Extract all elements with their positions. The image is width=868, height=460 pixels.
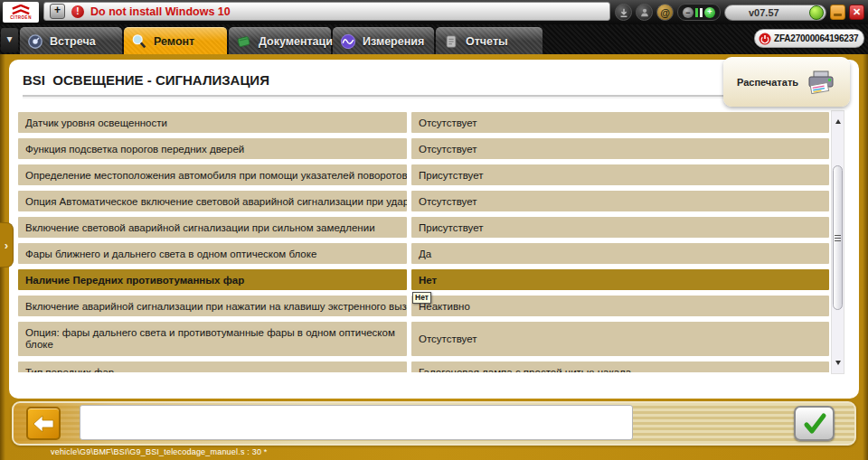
version-label: v07.57 — [749, 7, 779, 18]
row-label: Датчик уровня освещенности — [18, 112, 407, 133]
scrollbar-grip-icon — [835, 235, 841, 242]
tab-bar: ▾ Встреча Ремонт — [0, 24, 868, 54]
page-title: BSI ОСВЕЩЕНИЕ - СИГНАЛИЗАЦИЯ — [23, 72, 269, 88]
row-value: Отсутствует — [411, 322, 829, 356]
title-separator — [23, 95, 844, 99]
volume-level-bar — [700, 8, 703, 17]
close-button[interactable]: ✕ — [849, 5, 864, 20]
power-icon — [759, 33, 771, 45]
table-row[interactable]: Включение световой аварийной сигнализаци… — [18, 217, 829, 238]
tabs-dropdown-button[interactable]: ▾ — [1, 28, 18, 52]
printer-icon — [806, 70, 836, 94]
row-value: Отсутствует — [411, 191, 829, 211]
row-value: Да — [411, 243, 829, 264]
report-icon — [443, 33, 459, 50]
table-row-selected[interactable]: Наличие Передних противотуманных фар Нет… — [18, 269, 829, 290]
download-button[interactable] — [615, 4, 632, 21]
row-label: Функция подсветка порогов передних двере… — [18, 138, 407, 159]
table-row[interactable]: Опция Автоматическое включение световой … — [18, 191, 829, 211]
row-label: Определение местоположения автомобиля пр… — [18, 164, 407, 185]
print-button[interactable]: Распечатать — [723, 57, 850, 107]
row-label: Включение световой аварийной сигнализаци… — [18, 217, 407, 238]
row-label: Наличие Передних противотуманных фар — [18, 269, 407, 290]
row-value: Неактивно — [411, 296, 829, 316]
diagbox-window: CITROËN + ! Do not install Windows 10 @ — [0, 0, 868, 460]
volume-level-bar — [695, 8, 698, 17]
download-icon — [618, 7, 629, 18]
tab-meeting[interactable]: Встреча — [20, 27, 122, 54]
volume-control[interactable]: − + — [677, 4, 721, 21]
at-email-button[interactable]: @ — [656, 4, 674, 21]
gauge-icon — [27, 33, 43, 50]
row-label: Фары ближнего и дальнего света в одном о… — [18, 243, 407, 264]
back-button[interactable] — [26, 407, 61, 440]
magnifier-icon — [131, 33, 147, 50]
tab-label: Ремонт — [154, 35, 194, 48]
table-row[interactable]: Тип передних фар Галогеновая лампа с про… — [18, 361, 829, 372]
print-label: Распечатать — [737, 77, 798, 88]
vin-number: ZFA27000064196237 — [774, 33, 858, 43]
citroen-chevrons-icon — [11, 5, 31, 15]
user-button[interactable] — [636, 4, 653, 21]
tab-label: Измерения — [363, 35, 424, 48]
status-path: vehicle\G9\BMF\BSI\G9_BSI_telecodage_man… — [51, 447, 268, 456]
footer-bar — [12, 401, 856, 446]
table-row[interactable]: Функция подсветка порогов передних двере… — [18, 138, 829, 159]
expand-plus-button[interactable]: + — [50, 4, 65, 19]
scrollbar-thumb[interactable] — [833, 165, 843, 310]
tab-label: Встреча — [50, 35, 96, 48]
minimize-button[interactable] — [830, 5, 845, 20]
value-tooltip: Нет — [412, 292, 431, 304]
book-icon — [236, 33, 252, 50]
volume-minus-icon[interactable]: − — [683, 7, 693, 18]
minimize-icon — [834, 14, 842, 16]
status-ball-icon — [809, 5, 824, 20]
row-label: Включение аварийной сигнализации при наж… — [18, 296, 407, 316]
citroen-logo: CITROËN — [3, 2, 39, 23]
waveform-icon — [340, 33, 356, 50]
table-scrollbar[interactable] — [831, 110, 844, 374]
value-input[interactable] — [80, 405, 633, 440]
row-value: Галогеновая лампа с простой нитью накала — [411, 361, 829, 372]
tab-label: Документация — [259, 35, 339, 48]
warning-icon: ! — [71, 5, 84, 18]
row-value: Отсутствует — [411, 112, 829, 133]
table-rows: Датчик уровня освещенности Отсутствует Ф… — [18, 112, 829, 372]
checkmark-icon — [801, 411, 828, 437]
side-panel-handle[interactable]: › — [0, 222, 14, 268]
alert-bar: + ! Do not install Windows 10 — [43, 2, 610, 21]
table-row[interactable]: Определение местоположения автомобиля пр… — [18, 164, 829, 185]
row-value: Отсутствует — [411, 138, 829, 159]
table-row[interactable]: Фары ближнего и дальнего света в одном о… — [18, 243, 829, 264]
validate-button[interactable] — [794, 406, 835, 441]
scroll-up-icon[interactable] — [835, 119, 841, 124]
row-label: Тип передних фар — [18, 361, 407, 372]
user-icon — [639, 7, 650, 18]
alert-message: Do not install Windows 10 — [90, 5, 231, 18]
tab-repair[interactable]: Ремонт — [124, 27, 227, 54]
row-label: Опция Автоматическое включение световой … — [18, 191, 407, 211]
version-badge: v07.57 — [724, 5, 826, 21]
row-value: Присутствует — [411, 217, 829, 238]
tab-measurements[interactable]: Измерения — [333, 27, 434, 54]
table-row[interactable]: Датчик уровня освещенности Отсутствует — [18, 112, 829, 133]
row-value: Нет Нет — [411, 269, 829, 290]
tab-documentation[interactable]: Документация — [229, 27, 331, 54]
tab-reports[interactable]: Отчеты — [436, 27, 542, 54]
scroll-down-icon[interactable] — [835, 361, 841, 365]
titlebar-icon-cluster: @ − + v07.57 ✕ — [615, 0, 868, 24]
back-arrow-icon — [32, 414, 55, 434]
table-row[interactable]: Опция: фары дальнего света и противотума… — [18, 322, 829, 356]
title-bar: CITROËN + ! Do not install Windows 10 @ — [0, 0, 868, 24]
row-label: Опция: фары дальнего света и противотума… — [18, 322, 407, 356]
vin-badge: ZFA27000064196237 — [754, 29, 864, 48]
citroen-logo-text: CITROËN — [10, 15, 32, 20]
row-value-text: Нет — [419, 275, 437, 286]
tab-label: Отчеты — [466, 35, 508, 48]
volume-plus-icon[interactable]: + — [704, 7, 715, 18]
parameters-table: Датчик уровня освещенности Отсутствует Ф… — [16, 110, 844, 374]
row-value: Присутствует — [411, 164, 829, 185]
